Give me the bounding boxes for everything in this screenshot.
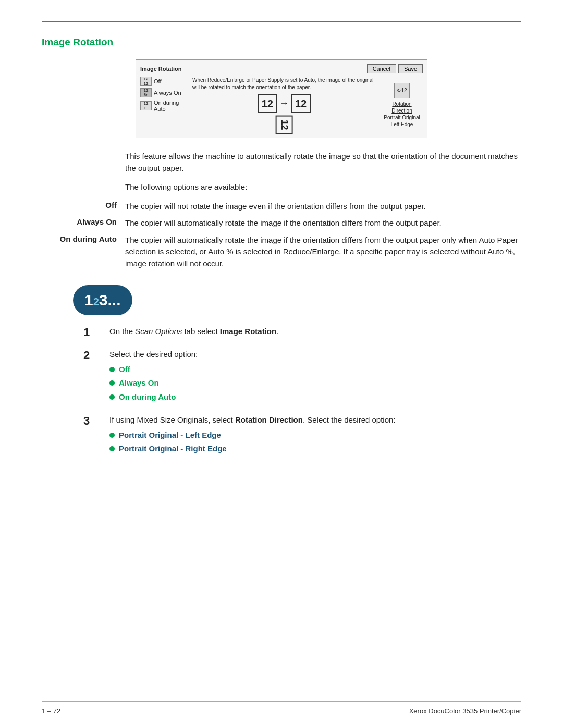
step-2-text: Select the desired option: (109, 350, 198, 359)
def-item-on-during-auto: On during Auto The copier will automatic… (42, 235, 521, 270)
step-1-content: On the Scan Options tab select Image Rot… (109, 326, 521, 338)
step-3-bold: Rotation Direction (235, 415, 303, 424)
arrow-symbol: → (279, 97, 289, 110)
bullet-dot-off (109, 367, 115, 372)
step-3-bullet-list: Portrait Original - Left Edge Portrait O… (109, 426, 521, 455)
always-on-icon: 12↻ (140, 88, 152, 97)
save-button[interactable]: Save (398, 64, 423, 73)
arrow-left-num: 12 (258, 94, 277, 113)
screenshot-box: Image Rotation Cancel Save 1212 Off 12↻ … (136, 59, 427, 138)
screenshot-header: Image Rotation Cancel Save (140, 64, 423, 73)
bullet-on-during-auto-label: On during Auto (119, 391, 176, 403)
screenshot-content: 1212 Off 12↻ Always On 12↓ On duringAuto… (140, 77, 423, 133)
term-on-during-auto: On during Auto (42, 235, 125, 270)
on-during-auto-icon: 12↓ (140, 101, 152, 110)
definition-list: Off The copier will not rotate the image… (42, 201, 521, 270)
bullet-always-on-label: Always On (119, 377, 159, 389)
oval-digit-2: 2 (93, 296, 99, 308)
screenshot-buttons: Cancel Save (367, 64, 423, 73)
screenshot-description: When Reduce/Enlarge or Paper Supply is s… (192, 77, 376, 91)
off-icon: 1212 (140, 77, 152, 86)
term-always-on: Always On (42, 217, 125, 229)
step-2-bullet-list: Off Always On On during Auto (109, 361, 521, 403)
page: Image Rotation Image Rotation Cancel Sav… (0, 0, 563, 728)
bottom-rule (42, 701, 521, 702)
step-3-text: If using Mixed Size Originals, select Ro… (109, 415, 396, 424)
off-label: Off (154, 78, 161, 84)
term-off: Off (42, 201, 125, 213)
bullet-off: Off (109, 364, 521, 376)
footer-page-number: 1 – 72 (42, 707, 60, 715)
bullet-dot-always-on (109, 380, 115, 386)
arrow-right-num: 12 (291, 94, 311, 113)
screenshot-options-list: 1212 Off 12↻ Always On 12↓ On duringAuto (140, 77, 187, 133)
page-title: Image Rotation (42, 36, 521, 48)
intro-paragraph-2: The following options are available: (125, 181, 521, 193)
bullet-dot-portrait-left (109, 433, 115, 438)
bullet-on-during-auto: On during Auto (109, 391, 521, 403)
oval-dots: ... (108, 291, 121, 309)
screenshot-container: Image Rotation Cancel Save 1212 Off 12↻ … (42, 59, 521, 138)
top-rule (42, 21, 521, 22)
bullet-off-label: Off (119, 364, 130, 376)
def-item-always-on: Always On The copier will automatically … (42, 217, 521, 229)
numbers-icon-area: 1 2 3 ... (73, 285, 521, 315)
option-on-during-auto[interactable]: 12↓ On duringAuto (140, 100, 187, 112)
steps-container: 1 On the Scan Options tab select Image R… (83, 326, 521, 457)
desc-on-during-auto: The copier will automatically rotate the… (125, 235, 521, 270)
step-3-content: If using Mixed Size Originals, select Ro… (109, 414, 521, 457)
def-item-off: Off The copier will not rotate the image… (42, 201, 521, 213)
bullet-dot-on-during-auto (109, 394, 115, 400)
screenshot-title: Image Rotation (140, 66, 181, 72)
step-2: 2 Select the desired option: Off Always … (83, 349, 521, 405)
step-number-3: 3 (83, 414, 109, 428)
bullet-portrait-left-label: Portrait Original - Left Edge (119, 429, 221, 441)
rotation-direction-label: RotationDirection Portrait OriginalLeft … (384, 101, 420, 128)
step-3: 3 If using Mixed Size Originals, select … (83, 414, 521, 457)
bullet-dot-portrait-right (109, 446, 115, 451)
step-1-italic: Scan Options (135, 327, 182, 336)
footer: 1 – 72 Xerox DocuColor 3535 Printer/Copi… (42, 707, 521, 715)
desc-always-on: The copier will automatically rotate the… (125, 217, 521, 229)
step-number-1: 1 (83, 326, 109, 339)
on-during-auto-label: On duringAuto (154, 100, 179, 112)
option-always-on[interactable]: 12↻ Always On (140, 88, 187, 97)
bullet-portrait-left: Portrait Original - Left Edge (109, 429, 521, 441)
arrow-diagram: 12 → 12 (258, 94, 311, 113)
screenshot-middle: When Reduce/Enlarge or Paper Supply is s… (192, 77, 376, 133)
always-on-label: Always On (154, 90, 181, 96)
rotated-num: 12 (275, 116, 293, 133)
screenshot-right: ↻12 RotationDirection Portrait OriginalL… (381, 77, 423, 133)
bullet-portrait-right-label: Portrait Original - Right Edge (119, 443, 227, 455)
bullet-always-on: Always On (109, 377, 521, 389)
bullet-portrait-right: Portrait Original - Right Edge (109, 443, 521, 455)
cancel-button[interactable]: Cancel (367, 64, 396, 73)
step-1-bold: Image Rotation (220, 327, 276, 336)
oval-digit-3: 3 (99, 291, 108, 309)
oval-digit-1: 1 (84, 291, 93, 309)
step-2-content: Select the desired option: Off Always On… (109, 349, 521, 405)
footer-product-name: Xerox DocuColor 3535 Printer/Copier (409, 707, 521, 715)
numbers-badge: 1 2 3 ... (73, 285, 132, 315)
step-number-2: 2 (83, 349, 109, 362)
step-1: 1 On the Scan Options tab select Image R… (83, 326, 521, 339)
option-off[interactable]: 1212 Off (140, 77, 187, 86)
desc-off: The copier will not rotate the image eve… (125, 201, 521, 213)
rotation-direction-icon: ↻12 (394, 83, 410, 98)
intro-paragraph-1: This feature allows the machine to autom… (125, 151, 521, 174)
